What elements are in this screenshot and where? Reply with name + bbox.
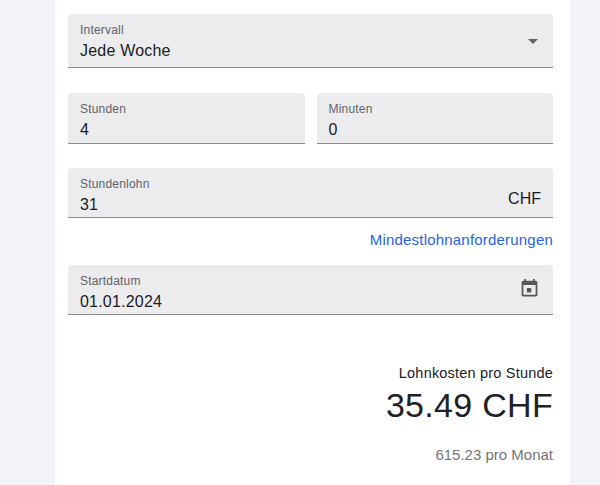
interval-select[interactable]: Intervall Jede Woche [68,14,553,68]
hours-field[interactable]: Stunden 4 [68,93,305,144]
hourly-wage-value: 31 [80,194,541,215]
duration-row: Stunden 4 Minuten 0 [68,93,553,144]
start-date-label: Startdatum [80,274,541,289]
wage-calculator-panel: Intervall Jede Woche Stunden 4 Minuten 0… [55,0,570,485]
hourly-wage-label: Stundenlohn [80,177,541,192]
currency-suffix: CHF [508,190,541,208]
datepicker-toggle-button[interactable] [515,276,543,304]
hourly-wage-field[interactable]: Stundenlohn 31 CHF [68,168,553,218]
minutes-value: 0 [329,119,542,140]
result-label: Lohnkosten pro Stunde [68,365,553,381]
chevron-dropdown-icon [528,39,538,44]
result-per-month: 615.23 pro Monat [68,446,553,463]
hours-label: Stunden [80,102,293,117]
start-date-field[interactable]: Startdatum 01.01.2024 [68,265,553,315]
min-wage-link[interactable]: Mindestlohnanforderungen [370,231,553,248]
minutes-field[interactable]: Minuten 0 [317,93,554,144]
start-date-value: 01.01.2024 [80,291,541,312]
page-background: Intervall Jede Woche Stunden 4 Minuten 0… [0,0,600,485]
calendar-icon [519,278,540,302]
interval-value: Jede Woche [80,40,541,61]
hours-value: 4 [80,119,293,140]
result-value: 35.49 CHF [68,386,553,425]
interval-label: Intervall [80,23,541,38]
minutes-label: Minuten [329,102,542,117]
min-wage-link-row: Mindestlohnanforderungen [68,231,553,249]
result-summary: Lohnkosten pro Stunde 35.49 CHF 615.23 p… [68,365,553,485]
